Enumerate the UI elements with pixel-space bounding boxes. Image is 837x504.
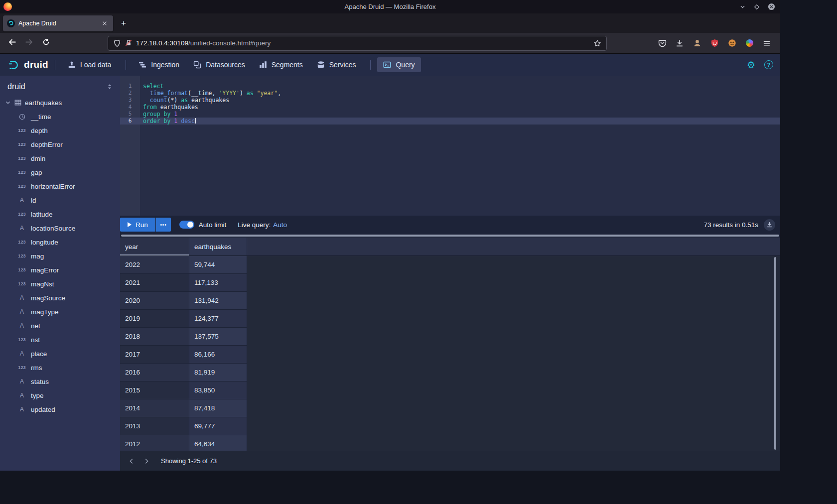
cell-year-2015[interactable]: 2015 [120, 381, 189, 399]
download-icon[interactable] [672, 36, 687, 51]
druid-brand[interactable]: druid [8, 59, 48, 71]
vertical-scrollbar[interactable] [774, 257, 776, 450]
url-bar[interactable]: 172.18.0.4:30109/unified-console.html#qu… [108, 36, 607, 51]
cell-earthquakes-2021[interactable]: 117,133 [189, 274, 247, 292]
forward-button[interactable] [21, 35, 37, 51]
nav-item-datasources[interactable]: Datasources [187, 57, 251, 72]
editor-line-1[interactable]: select [140, 83, 780, 90]
cell-earthquakes-2018[interactable]: 137,575 [189, 328, 247, 346]
sidebar-column-depth[interactable]: 123depth [0, 124, 120, 137]
sidebar-column-dmin[interactable]: 123dmin [0, 151, 120, 165]
scrollbar-thumb[interactable] [121, 235, 779, 237]
pinwheel-icon[interactable] [742, 36, 757, 51]
menu-icon[interactable] [759, 36, 774, 51]
cell-earthquakes-2017[interactable]: 86,166 [189, 346, 247, 364]
back-button[interactable] [4, 35, 20, 51]
cell-earthquakes-2015[interactable]: 83,850 [189, 381, 247, 399]
sidebar-column-locationSource[interactable]: AlocationSource [0, 221, 120, 235]
next-page-button[interactable] [139, 454, 154, 469]
cell-year-2020[interactable]: 2020 [120, 292, 189, 310]
account-icon[interactable] [690, 36, 704, 51]
cell-year-2014[interactable]: 2014 [120, 399, 189, 417]
nav-item-load-data[interactable]: Load data [62, 57, 117, 72]
sidebar-column-type[interactable]: Atype [0, 388, 120, 402]
window-titlebar[interactable]: Apache Druid — Mozilla Firefox [0, 0, 780, 13]
sidebar-column-longitude[interactable]: 123longitude [0, 235, 120, 249]
help-icon[interactable]: ? [764, 60, 773, 69]
sidebar-column-__time[interactable]: __time [0, 110, 120, 124]
reload-button[interactable] [38, 35, 54, 51]
sidebar-column-status[interactable]: Astatus [0, 375, 120, 388]
editor-line-3[interactable]: count(*) as earthquakes [140, 97, 780, 104]
horizontal-scrollbar[interactable] [120, 234, 780, 238]
column-header-earthquakes[interactable]: earthquakes [189, 238, 247, 255]
sidebar-column-id[interactable]: Aid [0, 193, 120, 207]
sql-editor[interactable]: 123456 select time_format(__time, 'YYYY'… [120, 76, 780, 216]
sidebar-column-magSource[interactable]: AmagSource [0, 291, 120, 305]
ublock-icon[interactable] [707, 36, 722, 51]
sidebar-column-depthError[interactable]: 123depthError [0, 137, 120, 151]
cell-earthquakes-2013[interactable]: 69,777 [189, 417, 247, 435]
cell-earthquakes-2022[interactable]: 59,744 [189, 256, 247, 274]
cell-year-2021[interactable]: 2021 [120, 274, 189, 292]
pocket-icon[interactable] [655, 36, 670, 51]
settings-gear-icon[interactable]: ⚙ [747, 60, 755, 70]
console-body: druid earthquakes __time123depth123depth… [0, 76, 780, 471]
sidebar-column-magNst[interactable]: 123magNst [0, 277, 120, 291]
cell-year-2018[interactable]: 2018 [120, 328, 189, 346]
nav-item-query[interactable]: Query [377, 57, 420, 72]
druid-nav: Load dataIngestionDatasourcesSegmentsSer… [62, 57, 423, 72]
run-button[interactable]: Run [120, 218, 155, 232]
download-results-button[interactable] [764, 219, 775, 231]
cell-earthquakes-2016[interactable]: 81,919 [189, 364, 247, 381]
prev-page-button[interactable] [124, 454, 139, 469]
live-query-value[interactable]: Auto [273, 221, 287, 229]
cell-year-2012[interactable]: 2012 [120, 435, 189, 451]
sidebar-column-updated[interactable]: Aupdated [0, 402, 120, 416]
column-header-year[interactable]: year [120, 238, 189, 255]
bookmark-star-icon[interactable] [593, 39, 601, 47]
window-maximize-button[interactable] [753, 3, 761, 11]
tab-close-icon[interactable] [100, 19, 109, 28]
run-more-button[interactable]: ••• [156, 218, 171, 232]
nav-item-services[interactable]: Services [311, 57, 362, 72]
string-type-icon: A [16, 392, 27, 399]
cell-year-2017[interactable]: 2017 [120, 346, 189, 364]
auto-limit-toggle[interactable] [179, 221, 194, 229]
cell-year-2022[interactable]: 2022 [120, 256, 189, 274]
window-minimize-button[interactable] [738, 3, 746, 11]
cell-year-2013[interactable]: 2013 [120, 417, 189, 435]
sidebar-column-nst[interactable]: 123nst [0, 333, 120, 347]
double-caret-icon[interactable] [106, 83, 113, 90]
sidebar-column-net[interactable]: Anet [0, 319, 120, 333]
sidebar-column-horizontalError[interactable]: 123horizontalError [0, 179, 120, 193]
sidebar-column-rms[interactable]: 123rms [0, 361, 120, 375]
pagination-text: Showing 1-25 of 73 [161, 457, 217, 465]
tab-apache-druid[interactable]: Apache Druid [3, 15, 113, 31]
cell-earthquakes-2014[interactable]: 87,418 [189, 399, 247, 417]
cell-year-2016[interactable]: 2016 [120, 364, 189, 381]
sidebar-column-place[interactable]: Aplace [0, 347, 120, 361]
sidebar-column-gap[interactable]: 123gap [0, 165, 120, 179]
datasource-earthquakes[interactable]: earthquakes [0, 96, 120, 110]
cell-earthquakes-2020[interactable]: 131,942 [189, 292, 247, 310]
tracking-shield-icon[interactable] [113, 39, 121, 47]
nav-item-ingestion[interactable]: Ingestion [133, 57, 185, 72]
cell-year-2019[interactable]: 2019 [120, 310, 189, 328]
cell-earthquakes-2012[interactable]: 64,634 [189, 435, 247, 451]
sidebar-column-mag[interactable]: 123mag [0, 249, 120, 263]
cell-earthquakes-2019[interactable]: 124,377 [189, 310, 247, 328]
window-close-button[interactable] [767, 3, 775, 11]
line-number-2: 2 [120, 90, 140, 97]
editor-line-5[interactable]: group by 1 [140, 111, 780, 118]
sidebar-column-magType[interactable]: AmagType [0, 305, 120, 319]
lock-insecure-icon[interactable] [125, 39, 132, 47]
extension-orange-icon[interactable] [724, 36, 739, 51]
nav-item-segments[interactable]: Segments [253, 57, 309, 72]
editor-line-2[interactable]: time_format(__time, 'YYYY') as "year", [140, 90, 780, 97]
new-tab-button[interactable]: + [116, 16, 131, 31]
sidebar-column-latitude[interactable]: 123latitude [0, 207, 120, 221]
sidebar-column-magError[interactable]: 123magError [0, 263, 120, 277]
editor-line-6[interactable]: order by 1 desc [140, 118, 780, 125]
editor-line-4[interactable]: from earthquakes [140, 104, 780, 111]
